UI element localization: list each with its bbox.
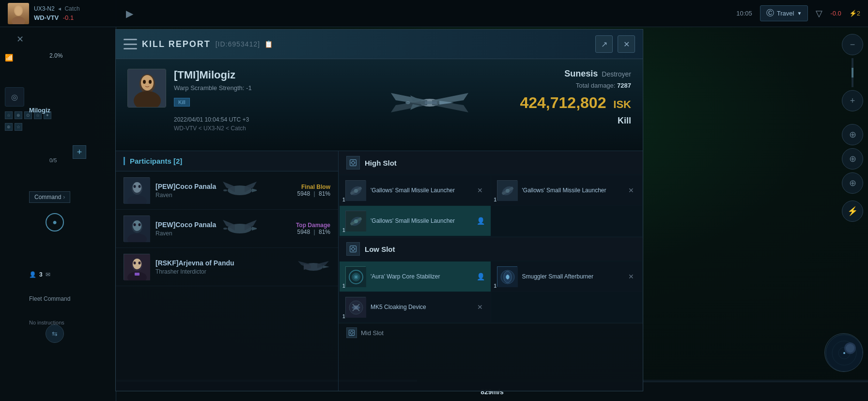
item-qty: 1 — [342, 197, 345, 202]
item-name: MK5 Cloaking Device — [371, 303, 470, 311]
remove-item-button[interactable]: ✕ — [626, 272, 636, 281]
export-button[interactable]: ↗ — [595, 35, 613, 53]
system-name: UX3-N2 ◂ Catch — [34, 5, 80, 12]
item-qty: 1 — [494, 197, 497, 202]
ship-name: Sunesis — [564, 69, 598, 79]
zoom-out-button[interactable]: − — [842, 34, 863, 55]
zoom-in-button[interactable]: + — [842, 90, 863, 111]
svg-point-48 — [354, 219, 358, 223]
participant-name: [PEW]Coco Panala — [155, 221, 217, 229]
plus-icon: + — [850, 96, 855, 106]
add-button[interactable]: + — [73, 145, 86, 159]
fit-panel: High Slot 1 — [339, 151, 643, 391]
command-label: Command — [34, 194, 61, 200]
participant-item[interactable]: [PEW]Coco Panala Raven — [116, 210, 338, 248]
slot-icon — [346, 242, 360, 256]
ship-image-area — [344, 69, 515, 137]
travel-button[interactable]: Ⓒ Travel ▼ — [760, 5, 808, 21]
topbar: UX3-N2 ◂ Catch WD-VTV -0.1 ▶ 10:05 Ⓒ Tra… — [0, 0, 868, 27]
add-module-button-2[interactable]: ⊕ — [842, 148, 863, 170]
slot-count: 0/5 — [49, 157, 57, 163]
small-icon-7[interactable]: ☆ — [15, 123, 22, 131]
fit-item[interactable]: 1 MK5 Cloaking Device — [340, 292, 491, 322]
fit-item[interactable]: 1 'Gallows' Small Missile Launcher ✕ — [340, 175, 491, 205]
victim-portrait-inner — [128, 69, 166, 107]
kill-badge: Kill — [174, 98, 190, 107]
location-icon: ◎ — [11, 93, 18, 102]
participant-info: [PEW]Coco Panala Raven — [155, 183, 217, 199]
scroll-thumb[interactable] — [852, 68, 853, 77]
small-icon-1[interactable]: ☆ — [5, 111, 13, 119]
svg-point-70 — [846, 344, 854, 353]
victim-info: [TMI]Milogiz Warp Scramble Strength: -1 … — [174, 69, 344, 132]
fit-item[interactable]: 1 'Gallows' Small Missile Launcher ✕ — [491, 175, 642, 205]
mail-icon: ✉ — [46, 271, 50, 278]
circular-btn[interactable]: ⇆ — [46, 324, 64, 343]
svg-point-27 — [223, 228, 227, 230]
scroll-track — [852, 58, 853, 87]
more-slots-indicator: Mid Slot — [339, 324, 643, 342]
hamburger-line-3 — [124, 48, 137, 49]
svg-point-33 — [139, 262, 141, 264]
percentage-badge: 2.0% — [49, 52, 62, 59]
close-button[interactable]: ✕ — [618, 35, 635, 53]
svg-point-54 — [355, 276, 357, 278]
sidebar-nav: 📶 ◎ ☆ ⊕ ⊙ ☆ ✦ ⊕ ☆ — [5, 68, 51, 131]
participant-info: [RSKF]Arjevna of Pandu Thrasher Interdic… — [155, 259, 291, 275]
command-button[interactable]: Command › — [29, 191, 70, 203]
plus-circle-icon-3: ⊕ — [849, 178, 856, 188]
empty-slot — [491, 292, 642, 322]
participant-item[interactable]: [PEW]Coco Panala Raven — [116, 171, 338, 210]
action-button[interactable]: ⚡ — [842, 200, 863, 222]
item-qty: 1 — [342, 283, 345, 289]
participant-name: [PEW]Coco Panala — [155, 183, 217, 190]
victim-stats: Sunesis Destroyer Total damage: 7287 424… — [515, 69, 631, 126]
fit-item-highlighted[interactable]: 1 'Gallows' Small Missile Launcher 👤 — [340, 206, 491, 236]
participant-portrait — [124, 254, 150, 280]
item-icon — [345, 211, 366, 231]
participant-item[interactable]: [RSKF]Arjevna of Pandu Thrasher Interdic… — [116, 248, 338, 286]
kill-result-label: Kill — [515, 116, 631, 126]
close-icon[interactable]: ✕ — [16, 34, 24, 45]
fit-item-highlighted[interactable]: 1 'Aura' Warp Core Stabilizer 👤 — [340, 262, 491, 292]
filter-icon[interactable]: ▽ — [816, 8, 822, 19]
high-slot-title: High Slot — [365, 159, 397, 167]
topbar-char-info: UX3-N2 ◂ Catch WD-VTV -0.1 — [34, 5, 80, 22]
participant-stats: Final Blow 5948 | 81% — [263, 184, 330, 197]
item-icon — [345, 266, 366, 287]
lightning-icon: ⚡ — [847, 206, 858, 216]
fitted-icon: 👤 — [477, 217, 485, 225]
ship-type: Destroyer — [602, 70, 631, 78]
isk-value: 424,712,802 ISK — [515, 94, 631, 112]
low-slot-title: Low Slot — [365, 245, 395, 253]
remove-item-button[interactable]: ✕ — [475, 185, 485, 195]
travel-c-icon: Ⓒ — [766, 8, 774, 18]
item-qty: 1 — [342, 314, 345, 319]
minus-icon: − — [850, 40, 855, 50]
slot-icon — [346, 327, 357, 338]
small-icon-6[interactable]: ⊕ — [5, 123, 13, 131]
ship-class-line: Sunesis Destroyer — [515, 69, 631, 79]
participant-ship: Thrasher Interdictor — [155, 268, 291, 275]
fit-item[interactable]: 1 Smuggler Small Afterburner ✕ — [491, 262, 642, 292]
item-icon — [497, 266, 517, 287]
location-btn[interactable]: ◎ — [5, 87, 24, 107]
low-slot-header: Low Slot — [339, 237, 643, 261]
svg-point-32 — [134, 262, 136, 264]
participants-panel: Participants [2] — [116, 151, 339, 391]
nav-arrow-icon: ▶ — [126, 8, 133, 19]
item-name: 'Gallows' Small Missile Launcher — [522, 186, 622, 195]
add-module-button-1[interactable]: ⊕ — [842, 124, 863, 145]
participant-stats: Top Damage 5948 | 81% — [263, 222, 330, 235]
remove-item-button[interactable]: ✕ — [475, 302, 485, 312]
remove-item-button[interactable]: ✕ — [626, 185, 636, 195]
svg-point-16 — [134, 185, 136, 188]
menu-icon[interactable] — [124, 39, 137, 49]
kr-actions: ↗ ✕ — [595, 35, 635, 53]
add-module-button-3[interactable]: ⊕ — [842, 172, 863, 194]
copy-icon[interactable]: 📋 — [264, 40, 273, 48]
victim-warp-scramble: Warp Scramble Strength: -1 — [174, 84, 344, 92]
svg-point-10 — [405, 101, 410, 104]
participant-portrait — [124, 177, 150, 203]
small-icon-2[interactable]: ⊕ — [15, 111, 22, 119]
